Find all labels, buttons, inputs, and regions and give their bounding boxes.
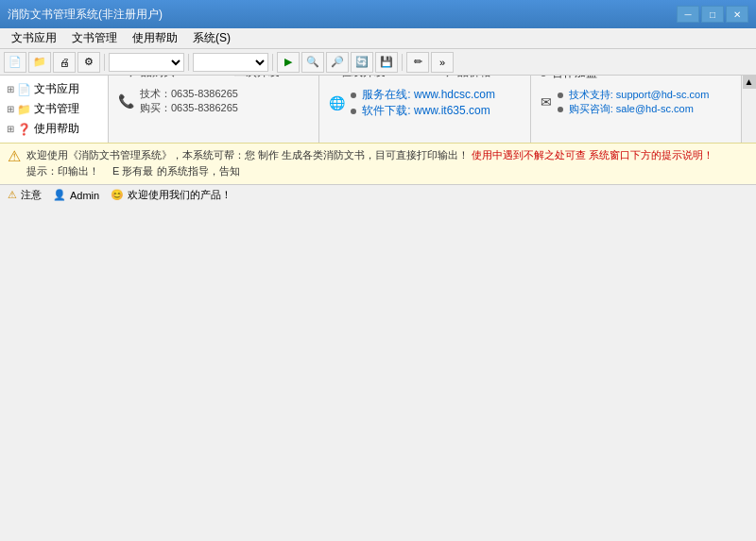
user-icon: 👤 (53, 189, 66, 201)
tree-node-app[interactable]: ⊞ 📄 文书应用 (0, 79, 108, 99)
tree-node-manage[interactable]: ⊞ 📁 文书管理 (0, 99, 108, 119)
online-service-panel: 🖥 在线服务 技术文档 在线留言 (319, 76, 530, 143)
phone-tech-label: 技术：0635-8386265 (140, 87, 238, 101)
website-1[interactable]: 服务在线: www.hdcsc.com (351, 87, 495, 103)
bullet-15 (541, 76, 546, 76)
online-item-cpjg[interactable]: 产品价格 (435, 76, 521, 80)
tree-label-help: 使用帮助 (34, 121, 79, 137)
online-service-col2: 在线论坛 产品下载 产品价格 (435, 76, 521, 83)
bullet-e2 (558, 107, 563, 112)
info-bar: ⚠ 欢迎使用《消防文书管理系统》，本系统可帮：您 制作 生成各类消防文书，目可直… (0, 143, 756, 184)
email-icon: ✉ (541, 94, 552, 110)
about-emails: ✉ 技术支持: support@hd-sc.com 购买咨询: sale@hd-… (541, 88, 731, 116)
info-link[interactable]: 使用中遇到不解之处可查 (472, 149, 586, 161)
app-support-col1: 业务帮助 业务演示 产品购买 (118, 76, 204, 83)
phone-buy-label: 购买：0635-8386265 (140, 101, 238, 115)
toolbar-separator-3 (272, 54, 273, 71)
info-note: 系统窗口下方的提示说明！ (589, 149, 713, 161)
info-hint2: E 形有最 的系统指导，告知 (102, 165, 239, 177)
title-text: 消防文书管理系统(非注册用户) (8, 7, 677, 23)
online-service-rows: 技术文档 在线留言 在线开发 (329, 76, 520, 83)
warning-icon: ⚠ (8, 147, 21, 165)
tree-expand-app: ⊞ (4, 84, 17, 94)
right-scrollbar[interactable]: ▲ (741, 76, 756, 143)
toolbar-combo-2[interactable] (193, 53, 268, 72)
app-support-panel: 🖥 应用支持 业务帮助 业务演示 (109, 76, 319, 143)
sidebar-tree: ⊞ 📄 文书应用 ⊞ 📁 文书管理 ⊞ ❓ 使用帮助 (0, 76, 109, 143)
tree-expand-help: ⊞ (4, 124, 17, 134)
status-warning: ⚠ 注意 (8, 188, 42, 202)
maximize-button[interactable]: □ (701, 6, 724, 23)
tree-label-manage: 文书管理 (34, 101, 79, 117)
bottom-panels: 🖥 应用支持 业务帮助 业务演示 (109, 76, 741, 143)
tree-node-help[interactable]: ⊞ ❓ 使用帮助 (0, 119, 108, 139)
bullet-w2 (351, 109, 356, 114)
about-col2: 宏达服务 产品形式 (645, 76, 731, 84)
status-welcome-icon: 😊 (111, 189, 124, 201)
menu-item-xitong[interactable]: 系统(S) (185, 28, 238, 48)
help-icon: ❓ (17, 123, 31, 136)
phone-icon-1: 📞 (118, 93, 134, 109)
title-bar: 消防文书管理系统(非注册用户) ─ □ ✕ (0, 0, 756, 28)
toolbar-btn-4[interactable]: ⚙ (77, 52, 100, 73)
app-support-col2: 开发帮助 开发演示 二次开发 (223, 76, 309, 83)
about-item-hzjm[interactable]: 合作加盟 (541, 76, 627, 81)
status-welcome: 😊 欢迎使用我们的产品！ (111, 188, 232, 202)
menu-item-wenguanli[interactable]: 文书管理 (64, 28, 125, 48)
tree-root: ⊞ 📄 文书应用 ⊞ 📁 文书管理 ⊞ ❓ 使用帮助 (0, 76, 108, 143)
toolbar-separator-1 (104, 54, 105, 71)
menu-item-bangzhu[interactable]: 使用帮助 (125, 28, 185, 48)
toolbar-separator-4 (402, 54, 403, 71)
toolbar-combo-1[interactable] (109, 53, 184, 72)
scroll-up-button[interactable]: ▲ (743, 76, 756, 89)
globe-icon: 🌐 (329, 95, 345, 110)
toolbar-btn-3[interactable]: 🖨 (53, 52, 76, 73)
online-websites: 🌐 服务在线: www.hdcsc.com 软件下载: www.it635.co… (329, 87, 520, 119)
menu-bar: 文书应用 文书管理 使用帮助 系统(S) (0, 28, 756, 49)
app-support-rows: 业务帮助 业务演示 产品购买 (118, 76, 309, 83)
info-line1: 欢迎使用《消防文书管理系统》，本系统可帮：您 制作 生成各类消防文书，目可直接打… (26, 149, 469, 161)
toolbar-search-button[interactable]: 🔍 (301, 52, 324, 73)
content-wrapper: ⊞ 📄 文书应用 ⊞ 📁 文书管理 ⊞ ❓ 使用帮助 ❓ 产品支持 (0, 76, 756, 143)
toolbar-zoom-button[interactable]: 🔎 (326, 52, 349, 73)
status-user: 👤 Admin (53, 189, 99, 201)
online-service-col1: 技术文档 在线留言 在线开发 (329, 76, 415, 83)
toolbar-play-button[interactable]: ▶ (277, 52, 300, 73)
toolbar-refresh-button[interactable]: 🔄 (351, 52, 373, 73)
bullet-w1 (351, 93, 356, 98)
email-2[interactable]: 购买咨询: sale@hd-sc.com (558, 102, 710, 116)
toolbar-separator-2 (188, 54, 189, 71)
doc-icon: 📄 (17, 83, 31, 96)
about-col1: 宏达公司 主要产品 合作加盟 (541, 76, 627, 84)
close-button[interactable]: ✕ (726, 6, 748, 23)
tree-expand-manage: ⊞ (4, 104, 17, 114)
app-item-cpgm[interactable]: 产品购买 (118, 76, 204, 80)
about-panel: ℹ 关于宏达 宏达公司 主要产品 (531, 76, 741, 143)
status-welcome-text: 欢迎使用我们的产品！ (128, 188, 232, 202)
menu-item-wenshu[interactable]: 文书应用 (4, 28, 64, 48)
email-1[interactable]: 技术支持: support@hd-sc.com (558, 88, 710, 102)
status-username: Admin (70, 190, 99, 201)
status-bar: ⚠ 注意 👤 Admin 😊 欢迎使用我们的产品！ (0, 184, 756, 205)
toolbar-btn-2[interactable]: 📁 (28, 52, 51, 73)
bullet-e1 (558, 93, 563, 98)
online-item-zxkf[interactable]: 在线开发 (329, 76, 415, 80)
toolbar-more-button[interactable]: » (431, 52, 454, 73)
info-text: 欢迎使用《消防文书管理系统》，本系统可帮：您 制作 生成各类消防文书，目可直接打… (26, 147, 748, 178)
app-item-eckf[interactable]: 二次开发 (223, 76, 309, 80)
phone-tech: 📞 技术：0635-8386265 购买：0635-8386265 (118, 87, 309, 115)
status-notice: 注意 (21, 188, 42, 202)
toolbar-btn-1[interactable]: 📄 (4, 52, 26, 73)
center-panel: ❓ 产品支持 H 宏达软件 Hongda Software (109, 76, 741, 143)
toolbar-edit-button[interactable]: ✏ (406, 52, 429, 73)
folder-icon: 📁 (17, 103, 31, 116)
about-rows: 宏达公司 主要产品 合作加盟 (541, 76, 731, 84)
minimize-button[interactable]: ─ (677, 6, 699, 23)
window-controls: ─ □ ✕ (677, 6, 748, 23)
tree-label-app: 文书应用 (34, 81, 79, 97)
toolbar-save-button[interactable]: 💾 (375, 52, 398, 73)
status-warning-icon: ⚠ (8, 189, 17, 201)
info-hint: 提示：印输出！ (26, 165, 99, 177)
website-2[interactable]: 软件下载: www.it635.com (351, 103, 495, 119)
toolbar: 📄 📁 🖨 ⚙ ▶ 🔍 🔎 🔄 💾 ✏ » (0, 49, 756, 76)
